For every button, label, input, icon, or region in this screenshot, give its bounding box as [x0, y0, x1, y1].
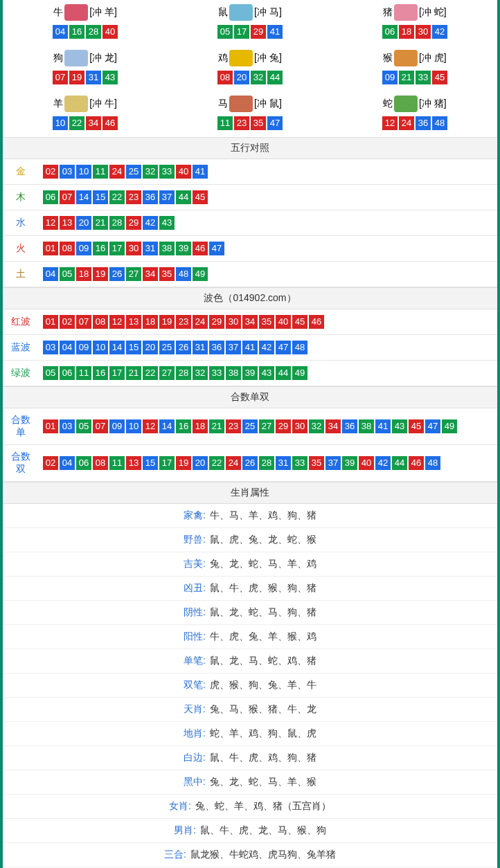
ball: 42	[259, 341, 274, 354]
zodiac-cell: 鸡[冲 兔]08203244	[168, 46, 332, 91]
ball: 40	[102, 25, 118, 39]
ball: 14	[159, 419, 175, 433]
ball: 05	[76, 419, 91, 433]
ball: 46	[102, 116, 118, 130]
ball: 07	[76, 315, 91, 329]
attr-key: 天肖:	[184, 703, 206, 714]
ball: 41	[267, 25, 283, 39]
ball: 23	[176, 315, 191, 329]
ball: 35	[159, 267, 175, 281]
attr-value: 鼠龙猴、牛蛇鸡、虎马狗、兔羊猪	[190, 849, 336, 860]
ball: 34	[242, 315, 258, 329]
ball: 12	[109, 315, 125, 329]
ball: 38	[159, 242, 175, 255]
ball: 42	[143, 216, 158, 230]
ball: 29	[276, 419, 291, 433]
ball: 40	[176, 165, 191, 179]
zodiac-name: 马	[218, 98, 228, 109]
ball: 09	[382, 71, 398, 84]
ball: 25	[126, 165, 141, 179]
attr-row: 野兽:鼠、虎、兔、龙、蛇、猴	[3, 528, 497, 552]
ball: 32	[309, 419, 324, 433]
ball: 37	[159, 190, 175, 204]
row-balls: 02031011242532334041	[39, 159, 497, 185]
zodiac-chong: [冲 猪]	[419, 98, 447, 109]
table-row: 水1213202128294243	[3, 210, 497, 236]
attr-value: 兔、马、猴、猪、牛、龙	[210, 703, 316, 714]
ball: 13	[126, 315, 141, 329]
row-balls: 03040910141520252631363741424748	[39, 335, 497, 361]
ball: 07	[53, 71, 68, 84]
ball: 19	[69, 71, 84, 84]
ball: 35	[251, 116, 266, 130]
ball: 27	[126, 267, 141, 281]
ball: 47	[267, 116, 283, 130]
attr-key: 男肖:	[174, 824, 196, 835]
zodiac-chong: [冲 兔]	[254, 52, 282, 63]
row-label: 合数双	[3, 445, 39, 482]
attrs-list: 家禽:牛、马、羊、鸡、狗、猪野兽:鼠、虎、兔、龙、蛇、猴吉美:兔、龙、蛇、马、羊…	[3, 504, 497, 868]
zodiac-icon	[64, 4, 88, 21]
ball: 45	[432, 71, 447, 84]
page-wrap: 牛[冲 羊]04162840鼠[冲 马]05172941猪[冲 蛇]061830…	[0, 0, 500, 868]
ball: 21	[209, 419, 224, 433]
ball: 28	[176, 366, 191, 380]
row-label: 木	[3, 185, 39, 210]
row-balls: 05061116172122272832333839434449	[39, 361, 497, 386]
attr-value: 鼠、龙、蛇、马、狗、猪	[210, 606, 316, 617]
ball: 12	[382, 116, 398, 130]
zodiac-name: 牛	[53, 6, 63, 17]
ball: 07	[60, 190, 75, 204]
ball: 45	[292, 315, 307, 329]
ball: 45	[193, 190, 208, 204]
attr-row: 凶丑:鼠、牛、虎、猴、狗、猪	[3, 577, 497, 601]
ball: 01	[43, 419, 58, 433]
row-balls: 0102070812131819232429303435404546	[39, 309, 497, 335]
ball: 06	[76, 456, 91, 470]
zodiac-balls: 11233547	[168, 116, 332, 130]
ball: 09	[109, 419, 125, 433]
ball: 13	[60, 216, 75, 230]
ball: 31	[193, 341, 208, 354]
ball: 17	[159, 456, 175, 470]
ball: 40	[276, 315, 291, 329]
ball: 02	[43, 165, 58, 179]
zodiac-name: 狗	[53, 52, 63, 63]
ball: 10	[53, 116, 68, 130]
ball: 48	[425, 456, 440, 470]
ball: 31	[276, 456, 291, 470]
zodiac-cell: 猴[冲 虎]09213345	[332, 46, 497, 91]
attr-row: 黑中:兔、龙、蛇、马、羊、猴	[3, 770, 497, 795]
zodiac-icon	[64, 96, 88, 112]
ball: 42	[375, 456, 391, 470]
ball: 01	[43, 242, 58, 255]
zodiac-icon	[394, 96, 418, 112]
zodiac-cell: 猪[冲 蛇]06183042	[332, 0, 497, 46]
bose-table: 红波0102070812131819232429303435404546蓝波03…	[3, 309, 497, 386]
ball: 33	[209, 366, 224, 380]
ball: 43	[159, 216, 175, 230]
ball: 34	[143, 267, 158, 281]
ball: 38	[226, 366, 241, 380]
row-label: 土	[3, 262, 39, 287]
zodiac-chong: [冲 马]	[254, 6, 282, 17]
ball: 05	[60, 267, 75, 281]
zodiac-chong: [冲 牛]	[89, 98, 117, 109]
attr-value: 鼠、牛、虎、龙、马、猴、狗	[200, 824, 326, 835]
ball: 19	[93, 267, 108, 281]
row-label: 蓝波	[3, 335, 39, 361]
ball: 26	[109, 267, 125, 281]
ball: 24	[226, 456, 241, 470]
zodiac-cell: 鼠[冲 马]05172941	[168, 0, 332, 46]
ball: 43	[102, 71, 118, 84]
ball: 43	[259, 366, 274, 380]
attr-key: 家禽:	[184, 509, 206, 521]
attr-row: 单笔:鼠、龙、马、蛇、鸡、猪	[3, 649, 497, 673]
ball: 16	[69, 25, 84, 39]
zodiac-icon	[394, 50, 418, 66]
attr-value: 兔、龙、蛇、马、羊、鸡	[210, 558, 316, 569]
zodiac-grid: 牛[冲 羊]04162840鼠[冲 马]05172941猪[冲 蛇]061830…	[3, 0, 497, 137]
table-row: 合数双0204060811131517192022242628313335373…	[3, 445, 497, 482]
ball: 06	[43, 190, 58, 204]
section-heshu-title: 合数单双	[3, 386, 497, 408]
